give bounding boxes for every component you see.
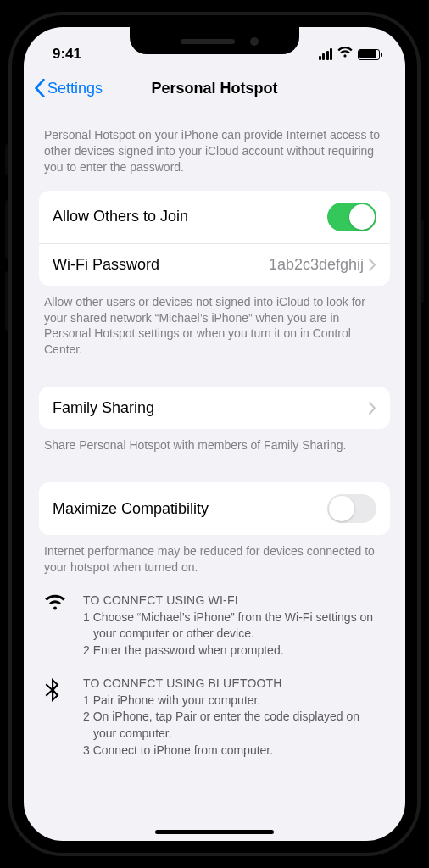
wifi-icon bbox=[337, 46, 353, 63]
home-indicator[interactable] bbox=[155, 830, 274, 834]
status-time: 9:41 bbox=[53, 46, 81, 63]
back-label: Settings bbox=[47, 80, 103, 97]
connect-wifi-section: TO CONNECT USING WI-FI 1 Choose “Michael… bbox=[39, 576, 390, 659]
intro-text: Personal Hotspot on your iPhone can prov… bbox=[39, 108, 390, 184]
cellular-signal-icon bbox=[319, 48, 333, 60]
maximize-compatibility-footer: Internet performance may be reduced for … bbox=[39, 535, 390, 576]
connect-bt-step-1: 1 Pair iPhone with your computer. bbox=[83, 693, 385, 709]
allow-others-toggle[interactable] bbox=[327, 203, 376, 231]
allow-others-row[interactable]: Allow Others to Join bbox=[39, 191, 390, 243]
group-main: Allow Others to Join Wi-Fi Password 1ab2… bbox=[39, 191, 390, 286]
chevron-right-icon bbox=[369, 402, 376, 415]
connect-bluetooth-section: TO CONNECT USING BLUETOOTH 1 Pair iPhone… bbox=[39, 659, 390, 759]
connect-wifi-heading: TO CONNECT USING WI-FI bbox=[83, 593, 385, 609]
allow-others-footer: Allow other users or devices not signed … bbox=[39, 286, 390, 359]
connect-wifi-step-1: 1 Choose “Michael’s iPhone” from the Wi-… bbox=[83, 609, 385, 643]
connect-wifi-step-2: 2 Enter the password when prompted. bbox=[83, 643, 385, 659]
family-sharing-row[interactable]: Family Sharing bbox=[39, 387, 390, 429]
wifi-password-row[interactable]: Wi-Fi Password 1ab2c3defghij bbox=[39, 243, 390, 286]
navigation-bar: Settings Personal Hotspot bbox=[24, 68, 405, 108]
wifi-password-value: 1ab2c3defghij bbox=[269, 256, 364, 274]
connect-bt-heading: TO CONNECT USING BLUETOOTH bbox=[83, 676, 385, 693]
content-scroll[interactable]: Personal Hotspot on your iPhone can prov… bbox=[24, 108, 405, 793]
wifi-password-label: Wi-Fi Password bbox=[53, 256, 159, 274]
connect-bt-step-3: 3 Connect to iPhone from computer. bbox=[83, 743, 385, 760]
group-compat: Maximize Compatibility bbox=[39, 482, 390, 535]
bluetooth-icon bbox=[44, 676, 68, 759]
back-button[interactable]: Settings bbox=[34, 79, 103, 97]
battery-icon bbox=[358, 49, 380, 60]
maximize-compatibility-toggle[interactable] bbox=[327, 494, 376, 523]
group-family: Family Sharing bbox=[39, 387, 390, 429]
notch bbox=[130, 27, 299, 54]
wifi-icon bbox=[44, 593, 68, 659]
chevron-right-icon bbox=[369, 259, 376, 271]
chevron-left-icon bbox=[34, 79, 46, 97]
connect-bt-step-2: 2 On iPhone, tap Pair or enter the code … bbox=[83, 709, 385, 742]
maximize-compatibility-row[interactable]: Maximize Compatibility bbox=[39, 482, 390, 535]
family-sharing-label: Family Sharing bbox=[53, 399, 154, 417]
device-frame: 9:41 Settings Personal Hotspot Personal … bbox=[12, 15, 417, 853]
allow-others-label: Allow Others to Join bbox=[53, 208, 188, 225]
maximize-compatibility-label: Maximize Compatibility bbox=[53, 500, 209, 518]
screen: 9:41 Settings Personal Hotspot Personal … bbox=[24, 27, 405, 841]
family-sharing-footer: Share Personal Hotspot with members of F… bbox=[39, 429, 390, 453]
